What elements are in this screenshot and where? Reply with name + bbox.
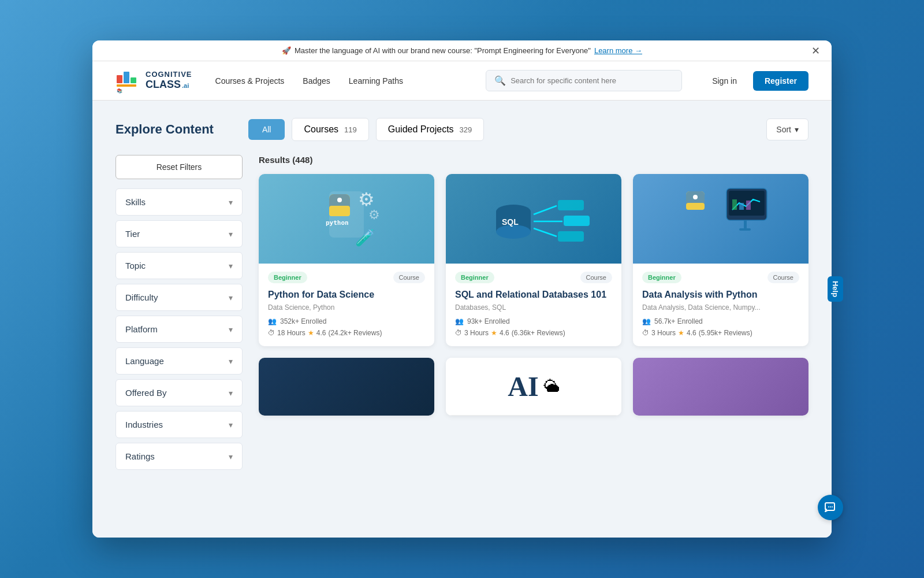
card-tags-python: Data Science, Python: [268, 303, 425, 312]
logo-class: CLASS.ai: [146, 79, 192, 91]
filter-industries[interactable]: Industries ▾: [116, 411, 243, 438]
svg-rect-2: [131, 77, 136, 83]
sidebar-filters: Reset Filters Skills ▾ Tier ▾ Topic ▾ Di…: [116, 155, 243, 470]
card-thumbnail-sql: SQL: [446, 174, 621, 264]
star-icon: ★: [491, 329, 497, 337]
card-enrolled-sql: 👥 93k+ Enrolled: [455, 317, 612, 325]
sort-label: Sort: [776, 125, 791, 134]
logo-icon: 📚: [116, 68, 141, 94]
svg-text:SQL: SQL: [502, 217, 519, 227]
filter-offered-by-label: Offered By: [125, 388, 166, 398]
svg-rect-22: [564, 216, 590, 226]
reset-filters-button[interactable]: Reset Filters: [116, 155, 243, 179]
filter-ratings[interactable]: Ratings ▾: [116, 443, 243, 470]
help-button[interactable]: Help: [828, 276, 843, 302]
svg-line-20: [534, 228, 557, 236]
clock-icon: ⏱: [642, 329, 649, 337]
body-layout: Reset Filters Skills ▾ Tier ▾ Topic ▾ Di…: [116, 155, 808, 470]
card-level-badge: Beginner: [268, 272, 307, 283]
svg-rect-27: [686, 203, 705, 210]
filter-offered-by-chevron-icon: ▾: [229, 388, 233, 398]
register-button[interactable]: Register: [753, 71, 808, 91]
filter-skills-chevron-icon: ▾: [229, 198, 233, 207]
course-card-6[interactable]: [633, 358, 808, 416]
results-label: Results (448): [259, 155, 808, 165]
filter-topic-label: Topic: [125, 261, 146, 271]
search-icon: 🔍: [494, 75, 506, 86]
course-card-python[interactable]: python ⚙ ⚙ 🧪 Beginner: [259, 174, 434, 346]
tab-all[interactable]: All: [248, 119, 285, 140]
card-level-badge: Beginner: [455, 272, 494, 283]
chat-icon: [824, 501, 837, 514]
card-tags-data: Data Analysis, Data Science, Numpy...: [642, 303, 799, 312]
svg-text:⚙: ⚙: [368, 208, 380, 222]
svg-text:⚙: ⚙: [358, 189, 375, 210]
svg-rect-23: [558, 231, 584, 242]
navbar: 📚 COGNITIVE CLASS.ai Courses & Projects …: [92, 61, 832, 101]
logo-text: COGNITIVE CLASS.ai: [146, 71, 192, 90]
card-body-python: Beginner Course Python for Data Science …: [259, 264, 434, 346]
filter-difficulty-chevron-icon: ▾: [229, 293, 233, 302]
tab-courses-label: Courses: [304, 124, 338, 135]
svg-rect-9: [329, 206, 350, 216]
svg-point-37: [832, 506, 833, 507]
nav-badges[interactable]: Badges: [303, 76, 330, 86]
filter-difficulty[interactable]: Difficulty ▾: [116, 284, 243, 311]
tab-courses[interactable]: Courses 119: [292, 118, 368, 141]
nav-links: Courses & Projects Badges Learning Paths: [215, 76, 463, 86]
filter-topic[interactable]: Topic ▾: [116, 252, 243, 279]
filter-industries-label: Industries: [125, 420, 163, 429]
filter-platform-chevron-icon: ▾: [229, 325, 233, 334]
banner-close-button[interactable]: ✕: [811, 45, 820, 57]
main-content: Explore Content All Courses 119 Guided P…: [92, 101, 832, 538]
card-title-python: Python for Data Science: [268, 289, 425, 301]
card-type-badge: Course: [393, 272, 425, 283]
card-title-data: Data Analysis with Python: [642, 289, 799, 301]
enrolled-icon: 👥: [642, 317, 651, 325]
filter-language-label: Language: [125, 356, 164, 366]
svg-rect-32: [746, 201, 751, 210]
card-badges-python: Beginner Course: [268, 272, 425, 283]
filter-tier[interactable]: Tier ▾: [116, 220, 243, 247]
filter-language[interactable]: Language ▾: [116, 347, 243, 375]
svg-text:📚: 📚: [117, 88, 122, 94]
star-icon: ★: [308, 329, 314, 337]
svg-rect-30: [732, 199, 737, 210]
svg-rect-31: [739, 203, 744, 210]
filter-skills[interactable]: Skills ▾: [116, 188, 243, 216]
filter-industries-chevron-icon: ▾: [229, 420, 233, 429]
chat-button[interactable]: [818, 495, 843, 520]
logo[interactable]: 📚 COGNITIVE CLASS.ai: [116, 68, 192, 94]
card-thumbnail-6: [633, 358, 808, 416]
tab-group: All Courses 119 Guided Projects 329 Sort…: [248, 118, 808, 141]
tab-guided-projects[interactable]: Guided Projects 329: [376, 118, 485, 141]
filter-platform[interactable]: Platform ▾: [116, 316, 243, 343]
sort-button[interactable]: Sort ▾: [766, 118, 808, 140]
filter-offered-by[interactable]: Offered By ▾: [116, 379, 243, 406]
sort-chevron-icon: ▾: [795, 125, 799, 134]
search-input[interactable]: [511, 76, 673, 85]
banner-learn-more-link[interactable]: Learn more →: [594, 46, 642, 55]
cards-grid: python ⚙ ⚙ 🧪 Beginner: [259, 174, 808, 416]
tab-guided-count: 329: [460, 125, 472, 134]
course-card-4[interactable]: [259, 358, 434, 416]
nav-auth: Sign in Register: [705, 71, 808, 91]
nav-courses-projects[interactable]: Courses & Projects: [215, 76, 285, 86]
card-level-badge: Beginner: [642, 272, 681, 283]
card-enrolled-python: 👥 352k+ Enrolled: [268, 317, 425, 325]
course-card-sql[interactable]: SQL: [446, 174, 621, 346]
nav-learning-paths[interactable]: Learning Paths: [349, 76, 403, 86]
card-type-badge: Course: [580, 272, 612, 283]
svg-point-16: [496, 225, 531, 239]
course-card-data-analysis[interactable]: Beginner Course Data Analysis with Pytho…: [633, 174, 808, 346]
search-bar: 🔍: [486, 70, 682, 91]
filter-difficulty-label: Difficulty: [125, 292, 158, 302]
enrolled-icon: 👥: [268, 317, 277, 325]
card-thumbnail-python: python ⚙ ⚙ 🧪: [259, 174, 434, 264]
svg-point-36: [830, 506, 831, 507]
course-card-5[interactable]: AI 🌥: [446, 358, 621, 416]
svg-text:python: python: [326, 219, 349, 227]
sign-in-button[interactable]: Sign in: [705, 72, 744, 90]
filter-platform-label: Platform: [125, 324, 158, 334]
svg-rect-33: [744, 220, 747, 229]
